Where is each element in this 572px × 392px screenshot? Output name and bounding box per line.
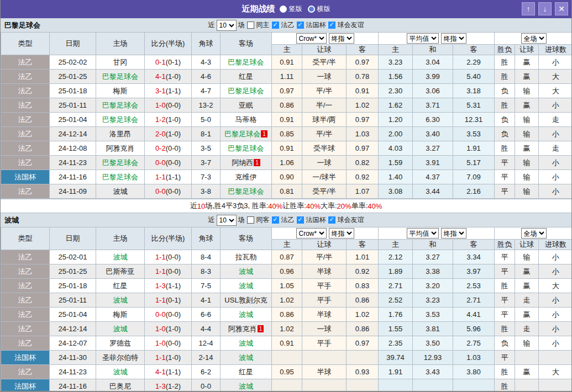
cell-home-team: 巴黎足球会 [96, 170, 145, 184]
cell-average-odds: 1.62 [379, 98, 413, 113]
title-bar: 近期战绩 竖版 横版 ↑ ↓ ✕ [1, 0, 571, 18]
sub-column-header: 让球 [302, 240, 347, 250]
cell-average-odds: 5.17 [453, 156, 495, 170]
cell-handicap-odds: 一球 [302, 156, 347, 170]
odds-source-select[interactable]: 终指 [329, 228, 354, 239]
cell-average-odds: 2.75 [453, 336, 495, 351]
match-row: 法乙25-02-02甘冈0-1(0-1)4-3巴黎足球会0.91受平/半0.97… [1, 55, 572, 70]
cell-corners: 8-1 [192, 127, 221, 141]
cell-home-team: 甘冈 [96, 55, 145, 70]
cell-corners: 4-4 [192, 322, 221, 336]
cell-competition: 法国杯 [1, 351, 50, 365]
cell-average-odds: 2.52 [379, 293, 413, 308]
cell-home-team: 梅斯 [96, 84, 145, 98]
cell-average-odds: 2.00 [379, 127, 413, 141]
cell-score: 1-0(0-0) [145, 336, 192, 351]
cell-corners: 12-4 [192, 336, 221, 351]
avg-source-select[interactable]: 终指 [441, 33, 466, 44]
sub-column-header: 客 [453, 240, 495, 250]
sub-column-header: 让球 [515, 240, 539, 250]
cell-handicap-odds: 0.90 [272, 170, 302, 184]
cell-average-odds: 3.53 [453, 127, 495, 141]
avg-source-select[interactable]: 终指 [441, 228, 466, 239]
cell-away-team: 波城 [221, 336, 272, 351]
cell-away-team: 巴黎足球会 [221, 55, 272, 70]
odds-source-select[interactable]: 终指 [329, 33, 354, 44]
cell-away-team: 阿雅克肖1 [221, 322, 272, 336]
cell-corners: 4-3 [192, 55, 221, 70]
same-venue-checkbox[interactable] [247, 22, 254, 29]
cell-average-odds: 2.16 [453, 184, 495, 199]
cell-average-odds: 1.76 [379, 308, 413, 322]
column-header: 日期 [50, 33, 96, 55]
cell-handicap-odds: 1.01 [347, 250, 379, 264]
cell-corners: 2-14 [192, 351, 221, 365]
titlebar-buttons: ↑ ↓ ✕ [522, 2, 568, 15]
cell-result: 胜 [495, 379, 515, 392]
cell-result: 赢 [515, 308, 539, 322]
up-arrow-icon: ↑ [527, 4, 531, 13]
cell-corners: 3-5 [192, 141, 221, 156]
cell-result: 大 [539, 70, 572, 84]
cell-result: 平 [495, 170, 515, 184]
cell-average-odds [453, 379, 495, 392]
cell-handicap-odds [302, 379, 347, 392]
vertical-layout-radio[interactable]: 竖版 [280, 4, 302, 14]
league-球会友谊-checkbox-checked[interactable] [328, 22, 335, 29]
summary-segment: 20% [337, 202, 351, 210]
league-法国杯-checkbox-checked[interactable] [297, 22, 304, 29]
cell-handicap-odds: 平/半 [302, 127, 347, 141]
odds-source-select[interactable]: Crow* [296, 33, 327, 44]
same-venue-checkbox[interactable] [247, 216, 254, 224]
league-球会友谊-checkbox-checked[interactable] [328, 216, 335, 224]
cell-competition: 法乙 [1, 70, 50, 84]
cell-handicap-odds: 0.86 [272, 98, 302, 113]
cell-result: 负 [495, 336, 515, 351]
cell-date: 24-12-07 [50, 336, 96, 351]
cell-away-team: 红星 [221, 365, 272, 379]
cell-result: 小 [539, 293, 572, 308]
cell-result: 小 [539, 184, 572, 199]
cell-result: 小 [539, 308, 572, 322]
cell-handicap-odds: 受半球 [302, 141, 347, 156]
scope-select[interactable]: 全场 [521, 33, 547, 44]
league-法国杯-checkbox-checked[interactable] [297, 216, 304, 224]
cell-home-team: 波城 [96, 293, 145, 308]
cell-score: 1-1(0-1) [145, 293, 192, 308]
league-法乙-checkbox-checked[interactable] [272, 216, 279, 224]
move-up-button[interactable]: ↑ [522, 2, 535, 15]
odds-source-select[interactable]: Crow* [296, 228, 327, 239]
match-row: 法乙24-11-23波城4-1(1-1)6-2红星0.95半球0.931.913… [1, 365, 572, 379]
avg-source-select[interactable]: 平均值 [407, 33, 439, 44]
cell-result: 平 [495, 264, 515, 279]
league-法乙-checkbox-checked[interactable] [272, 22, 279, 29]
close-button[interactable]: ✕ [555, 2, 568, 15]
cell-competition: 法乙 [1, 113, 50, 127]
match-row: 法国杯24-11-30圣菲尔伯特1-1(1-0)2-14波城39.7412.93… [1, 351, 572, 365]
cell-handicap-odds: 0.97 [272, 84, 302, 98]
cell-home-team: 巴奥尼 [96, 379, 145, 392]
scope-select[interactable]: 全场 [521, 228, 547, 239]
sub-column-header: 客 [347, 240, 379, 250]
avg-source-select[interactable]: 平均值 [407, 228, 439, 239]
recent-count-select[interactable]: 10 [217, 215, 237, 226]
horizontal-layout-radio[interactable]: 横版 [308, 4, 330, 14]
radio-selected-icon[interactable] [280, 6, 287, 13]
sub-column-header: 和 [413, 45, 453, 55]
move-down-button[interactable]: ↓ [538, 2, 552, 15]
cell-corners: 5-0 [192, 113, 221, 127]
cell-score: 0-1(0-1) [145, 55, 192, 70]
cell-handicap-odds: 1.11 [272, 70, 302, 84]
cell-result: 走 [539, 141, 572, 156]
radio-unselected-icon[interactable] [308, 6, 315, 13]
cell-competition: 法乙 [1, 141, 50, 156]
cell-average-odds: 1.59 [379, 156, 413, 170]
cell-home-team: 巴斯蒂亚 [96, 264, 145, 279]
sub-column-header: 让球 [515, 45, 539, 55]
cell-average-odds: 2.53 [453, 279, 495, 293]
recent-count-select[interactable]: 10 [217, 20, 237, 31]
cell-result: 大 [539, 279, 572, 293]
cell-result: 平 [495, 156, 515, 170]
cell-date: 24-11-30 [50, 351, 96, 365]
cell-average-odds: 2.71 [379, 279, 413, 293]
